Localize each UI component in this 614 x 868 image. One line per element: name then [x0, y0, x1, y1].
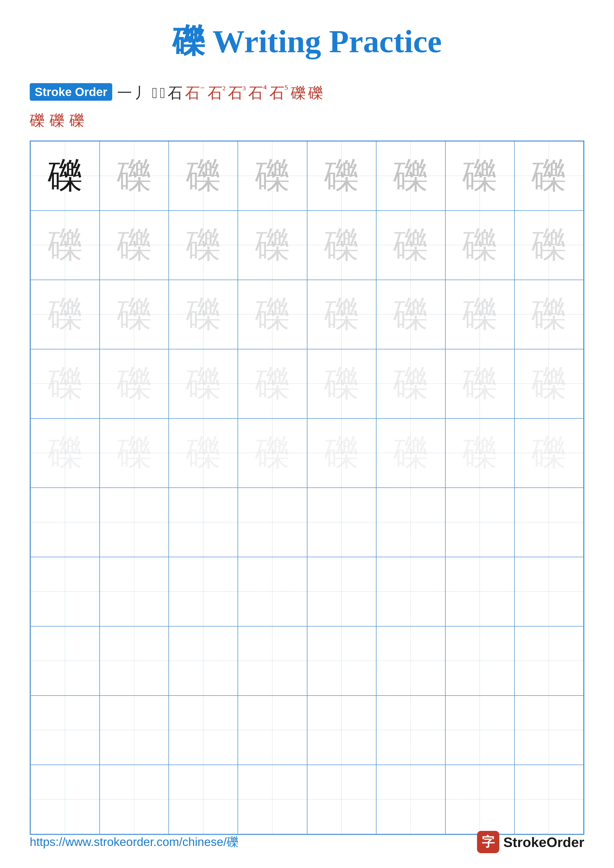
- grid-cell-4-5[interactable]: 礫: [307, 349, 376, 418]
- grid-cell-10-2[interactable]: [99, 765, 169, 834]
- grid-cell-3-2[interactable]: 礫: [99, 280, 169, 349]
- grid-cell-1-7[interactable]: 礫: [445, 141, 515, 211]
- grid-cell-2-6[interactable]: 礫: [376, 211, 445, 280]
- grid-cell-3-8[interactable]: 礫: [515, 280, 583, 349]
- grid-cell-3-7[interactable]: 礫: [445, 280, 515, 349]
- grid-cell-7-6[interactable]: [376, 557, 445, 626]
- grid-cell-6-1[interactable]: [31, 488, 99, 557]
- char-display: 礫: [393, 366, 428, 401]
- grid-cell-10-4[interactable]: [238, 765, 307, 834]
- grid-cell-2-5[interactable]: 礫: [307, 211, 376, 280]
- grid-cell-4-6[interactable]: 礫: [376, 349, 445, 418]
- grid-cell-6-7[interactable]: [445, 488, 515, 557]
- grid-cell-2-2[interactable]: 礫: [99, 211, 169, 280]
- char-display: 礫: [462, 228, 497, 262]
- char-display: 礫: [186, 159, 221, 193]
- stroke-2: 丿: [135, 83, 149, 103]
- grid-cell-10-5[interactable]: [307, 765, 376, 834]
- grid-cell-6-4[interactable]: [238, 488, 307, 557]
- grid-cell-8-8[interactable]: [515, 626, 583, 696]
- grid-cell-7-3[interactable]: [169, 557, 238, 626]
- grid-cell-8-2[interactable]: [99, 626, 169, 696]
- grid-cell-1-6[interactable]: 礫: [376, 141, 445, 211]
- grid-cell-5-5[interactable]: 礫: [307, 418, 376, 488]
- grid-cell-3-5[interactable]: 礫: [307, 280, 376, 349]
- page: 礫 Writing Practice Stroke Order 一 丿 𠄌 𠃋 …: [0, 0, 614, 868]
- footer-logo: 字: [477, 831, 499, 853]
- grid-cell-3-1[interactable]: 礫: [31, 280, 99, 349]
- grid-cell-5-6[interactable]: 礫: [376, 418, 445, 488]
- footer-url[interactable]: https://www.strokeorder.com/chinese/礫: [30, 834, 238, 850]
- grid-cell-1-2[interactable]: 礫: [99, 141, 169, 211]
- grid-cell-5-4[interactable]: 礫: [238, 418, 307, 488]
- grid-cell-4-1[interactable]: 礫: [31, 349, 99, 418]
- char-display: 礫: [48, 159, 82, 193]
- grid-cell-10-6[interactable]: [376, 765, 445, 834]
- grid-cell-7-1[interactable]: [31, 557, 99, 626]
- grid-cell-9-1[interactable]: [31, 696, 99, 765]
- grid-cell-2-8[interactable]: 礫: [515, 211, 583, 280]
- grid-cell-10-1[interactable]: [31, 765, 99, 834]
- grid-cell-3-3[interactable]: 礫: [169, 280, 238, 349]
- grid-cell-9-5[interactable]: [307, 696, 376, 765]
- title-char: 礫: [173, 23, 205, 59]
- grid-cell-7-7[interactable]: [445, 557, 515, 626]
- grid-cell-9-6[interactable]: [376, 696, 445, 765]
- grid-cell-1-8[interactable]: 礫: [515, 141, 583, 211]
- grid-cell-9-4[interactable]: [238, 696, 307, 765]
- grid-cell-2-7[interactable]: 礫: [445, 211, 515, 280]
- grid-cell-1-4[interactable]: 礫: [238, 141, 307, 211]
- char-display: 礫: [324, 366, 359, 401]
- grid-cell-9-7[interactable]: [445, 696, 515, 765]
- char-display: 礫: [462, 366, 497, 401]
- grid-cell-4-3[interactable]: 礫: [169, 349, 238, 418]
- grid-cell-5-8[interactable]: 礫: [515, 418, 583, 488]
- char-display: 礫: [255, 228, 290, 262]
- grid-cell-8-6[interactable]: [376, 626, 445, 696]
- grid-cell-5-3[interactable]: 礫: [169, 418, 238, 488]
- grid-cell-2-3[interactable]: 礫: [169, 211, 238, 280]
- grid-cell-6-2[interactable]: [99, 488, 169, 557]
- grid-cell-3-6[interactable]: 礫: [376, 280, 445, 349]
- stroke-15: 礫: [69, 111, 84, 131]
- char-display: 礫: [48, 436, 82, 470]
- grid-cell-1-3[interactable]: 礫: [169, 141, 238, 211]
- char-display: 礫: [186, 297, 221, 332]
- grid-cell-7-4[interactable]: [238, 557, 307, 626]
- grid-cell-1-5[interactable]: 礫: [307, 141, 376, 211]
- grid-row-10: [31, 765, 583, 834]
- grid-cell-6-8[interactable]: [515, 488, 583, 557]
- grid-cell-10-7[interactable]: [445, 765, 515, 834]
- grid-cell-8-5[interactable]: [307, 626, 376, 696]
- grid-cell-2-1[interactable]: 礫: [31, 211, 99, 280]
- grid-cell-7-5[interactable]: [307, 557, 376, 626]
- grid-cell-7-2[interactable]: [99, 557, 169, 626]
- grid-cell-2-4[interactable]: 礫: [238, 211, 307, 280]
- grid-cell-3-4[interactable]: 礫: [238, 280, 307, 349]
- stroke-order-row: Stroke Order 一 丿 𠄌 𠃋 石 石⁻ 石² 石³ 石⁴ 石⁵ 礫 …: [30, 83, 584, 103]
- grid-cell-4-8[interactable]: 礫: [515, 349, 583, 418]
- grid-cell-5-1[interactable]: 礫: [31, 418, 99, 488]
- grid-cell-4-7[interactable]: 礫: [445, 349, 515, 418]
- grid-cell-8-1[interactable]: [31, 626, 99, 696]
- grid-cell-5-7[interactable]: 礫: [445, 418, 515, 488]
- grid-cell-7-8[interactable]: [515, 557, 583, 626]
- grid-cell-8-3[interactable]: [169, 626, 238, 696]
- grid-cell-10-8[interactable]: [515, 765, 583, 834]
- grid-cell-9-2[interactable]: [99, 696, 169, 765]
- grid-cell-8-4[interactable]: [238, 626, 307, 696]
- grid-cell-6-3[interactable]: [169, 488, 238, 557]
- grid-cell-10-3[interactable]: [169, 765, 238, 834]
- grid-cell-4-4[interactable]: 礫: [238, 349, 307, 418]
- grid-cell-1-1[interactable]: 礫: [31, 141, 99, 211]
- title-text: Writing Practice: [205, 23, 442, 59]
- grid-cell-8-7[interactable]: [445, 626, 515, 696]
- grid-cell-9-3[interactable]: [169, 696, 238, 765]
- grid-cell-9-8[interactable]: [515, 696, 583, 765]
- grid-cell-6-6[interactable]: [376, 488, 445, 557]
- grid-row-7: [31, 557, 583, 626]
- grid-cell-6-5[interactable]: [307, 488, 376, 557]
- grid-cell-4-2[interactable]: 礫: [99, 349, 169, 418]
- char-display: 礫: [462, 297, 497, 332]
- grid-cell-5-2[interactable]: 礫: [99, 418, 169, 488]
